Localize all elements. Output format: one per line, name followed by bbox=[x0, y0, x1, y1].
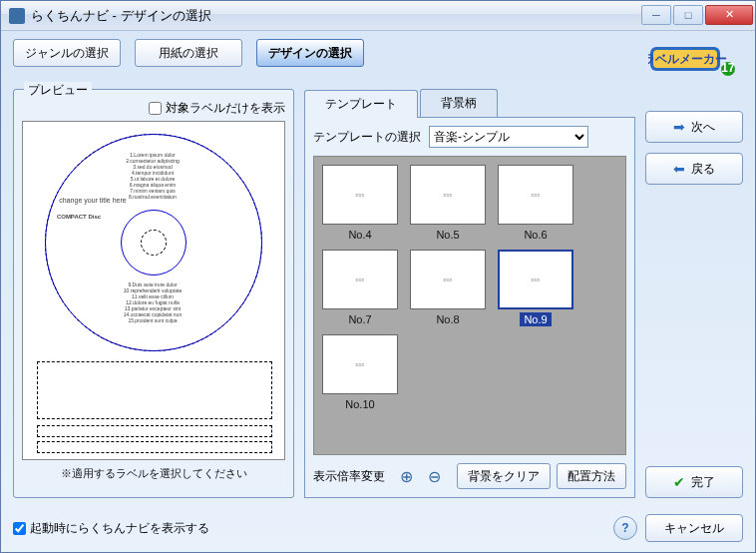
target-only-row: 対象ラベルだけを表示 bbox=[22, 100, 285, 117]
template-toolbar: 表示倍率変更 ⊕ ⊖ 背景をクリア 配置方法 bbox=[313, 463, 626, 489]
svg-text:17: 17 bbox=[721, 61, 735, 75]
brand-logo: ラベルメーカー 17 bbox=[643, 39, 743, 79]
help-button[interactable]: ? bbox=[613, 516, 637, 540]
window-controls: ─ □ ✕ bbox=[639, 5, 753, 27]
template-item[interactable]: ≡≡≡No.10 bbox=[322, 334, 398, 411]
template-select-row: テンプレートの選択 音楽-シンプル bbox=[313, 126, 626, 148]
spine-label-1[interactable] bbox=[37, 361, 272, 419]
disc-tracklist-bottom: 9.Duis aute irure dolor10.reprehenderit … bbox=[103, 281, 202, 323]
template-item-selected[interactable]: ≡≡≡No.9 bbox=[498, 250, 573, 326]
svg-text:ラベルメーカー: ラベルメーカー bbox=[648, 52, 727, 66]
zoom-out-icon[interactable]: ⊖ bbox=[423, 465, 445, 487]
template-item[interactable]: ≡≡≡No.6 bbox=[498, 165, 573, 242]
template-thumbnails[interactable]: ≡≡≡No.4 ≡≡≡No.5 ≡≡≡No.6 ≡≡≡No.7 ≡≡≡No.8 … bbox=[313, 156, 626, 455]
main-area: プレビュー 対象ラベルだけを表示 1.Lorem ipsum dolor2.co… bbox=[1, 79, 755, 508]
startup-checkbox[interactable] bbox=[13, 522, 26, 535]
template-item[interactable]: ≡≡≡No.7 bbox=[322, 250, 398, 326]
spine-label-2[interactable] bbox=[37, 425, 272, 437]
step-tab-paper[interactable]: 用紙の選択 bbox=[135, 39, 242, 67]
step-tab-genre[interactable]: ジャンルの選択 bbox=[13, 39, 121, 67]
clear-background-button[interactable]: 背景をクリア bbox=[457, 463, 551, 489]
startup-check-row: 起動時にらくちんナビを表示する bbox=[13, 520, 209, 537]
sub-tabs: テンプレート 背景柄 bbox=[304, 89, 635, 118]
subtab-background[interactable]: 背景柄 bbox=[420, 89, 498, 117]
maximize-button[interactable]: □ bbox=[673, 5, 703, 25]
cancel-button[interactable]: キャンセル bbox=[645, 514, 743, 542]
arrow-right-icon: ➡ bbox=[673, 119, 685, 135]
template-item[interactable]: ≡≡≡No.8 bbox=[410, 250, 486, 326]
preview-panel: プレビュー 対象ラベルだけを表示 1.Lorem ipsum dolor2.co… bbox=[13, 89, 294, 498]
footer: 起動時にらくちんナビを表示する ? キャンセル bbox=[1, 508, 755, 552]
disc-title-text: change your title here bbox=[58, 197, 128, 204]
step-tab-design[interactable]: デザインの選択 bbox=[256, 39, 364, 67]
step-tabs: ジャンルの選択 用紙の選択 デザインの選択 ラベルメーカー 17 bbox=[1, 31, 755, 79]
template-item[interactable]: ≡≡≡No.5 bbox=[410, 165, 486, 242]
arrow-left-icon: ⬅ bbox=[673, 161, 685, 177]
app-window: らくちんナビ - デザインの選択 ─ □ ✕ ジャンルの選択 用紙の選択 デザイ… bbox=[0, 0, 756, 553]
back-button[interactable]: ⬅ 戻る bbox=[645, 153, 743, 185]
template-select-label: テンプレートの選択 bbox=[313, 129, 421, 146]
finish-button[interactable]: ✔ 完了 bbox=[645, 466, 743, 498]
target-only-checkbox[interactable] bbox=[149, 102, 162, 115]
target-only-label: 対象ラベルだけを表示 bbox=[166, 100, 285, 117]
check-icon: ✔ bbox=[673, 474, 685, 490]
preview-note: ※適用するラベルを選択してください bbox=[22, 466, 285, 481]
zoom-in-icon[interactable]: ⊕ bbox=[395, 465, 417, 487]
disc-hole bbox=[141, 230, 167, 256]
startup-label: 起動時にらくちんナビを表示する bbox=[30, 520, 209, 537]
next-button[interactable]: ➡ 次へ bbox=[645, 111, 743, 143]
close-button[interactable]: ✕ bbox=[705, 5, 753, 25]
side-buttons: ➡ 次へ ⬅ 戻る ✔ 完了 bbox=[645, 89, 743, 498]
layout-method-button[interactable]: 配置方法 bbox=[557, 463, 626, 489]
preview-legend: プレビュー bbox=[24, 82, 92, 99]
disc-brand-text: COMPACT Disc bbox=[55, 214, 103, 220]
subtab-template[interactable]: テンプレート bbox=[304, 90, 418, 118]
template-item[interactable]: ≡≡≡No.4 bbox=[322, 165, 398, 242]
preview-canvas[interactable]: 1.Lorem ipsum dolor2.consectetur adipisc… bbox=[22, 121, 285, 460]
minimize-button[interactable]: ─ bbox=[641, 5, 671, 25]
template-body: テンプレートの選択 音楽-シンプル ≡≡≡No.4 ≡≡≡No.5 ≡≡≡No.… bbox=[304, 118, 635, 498]
app-icon bbox=[9, 8, 25, 24]
window-title: らくちんナビ - デザインの選択 bbox=[31, 7, 639, 25]
spine-label-3[interactable] bbox=[37, 441, 272, 453]
template-category-select[interactable]: 音楽-シンプル bbox=[429, 126, 588, 148]
titlebar: らくちんナビ - デザインの選択 ─ □ ✕ bbox=[1, 1, 755, 31]
disc-tracklist-top: 1.Lorem ipsum dolor2.consectetur adipisc… bbox=[103, 152, 202, 200]
right-panel: テンプレート 背景柄 テンプレートの選択 音楽-シンプル ≡≡≡No.4 ≡≡≡… bbox=[304, 89, 635, 498]
zoom-label: 表示倍率変更 bbox=[313, 468, 385, 485]
